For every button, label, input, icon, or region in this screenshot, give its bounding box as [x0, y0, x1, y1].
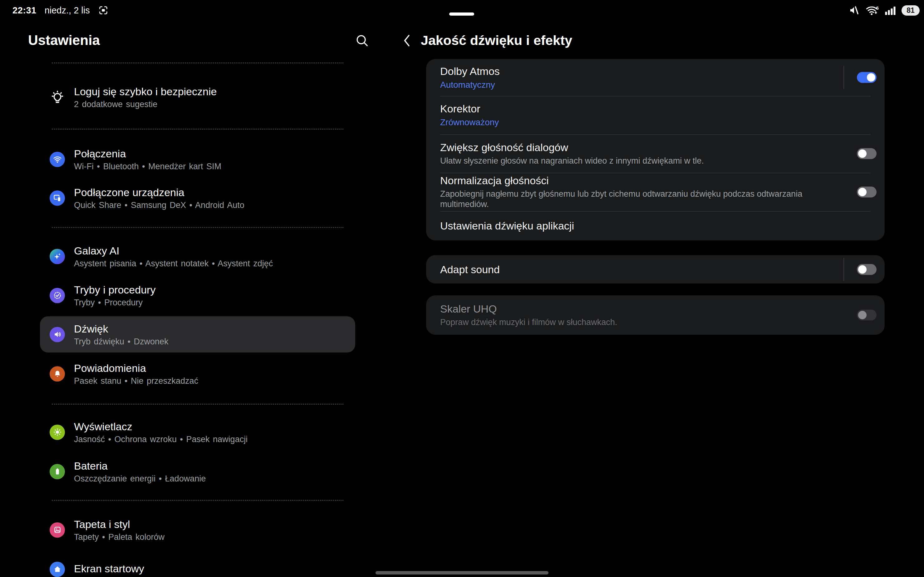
- suggestion-title: Loguj się szybko i bezpiecznie: [74, 85, 217, 98]
- sidebar-item-modes-routines[interactable]: Tryby i procedury Tryby • Procedury: [40, 277, 355, 313]
- volume-normalization-title: Normalizacja głośności: [440, 174, 871, 187]
- dialogue-boost-description: Ułatw słyszenie głosów na nagraniach wid…: [440, 156, 871, 166]
- sidebar-item-suggestions[interactable]: Loguj się szybko i bezpiecznie 2 dodatko…: [40, 79, 355, 115]
- app-sound-settings-row[interactable]: Ustawienia dźwięku aplikacji: [426, 211, 885, 240]
- equalizer-value: Zrównoważony: [440, 117, 871, 128]
- sidebar-item-notifications[interactable]: Powiadomienia Pasek stanu • Nie przeszka…: [40, 356, 355, 392]
- sidebar-item-subtitle: Jasność • Ochrona wzroku • Pasek nawigac…: [74, 434, 248, 444]
- clock-check-icon: [50, 288, 65, 303]
- sidebar-item-title: Wyświetlacz: [74, 420, 248, 433]
- toggle-separator: [844, 66, 844, 89]
- sidebar-item-title: Tryby i procedury: [74, 284, 155, 296]
- sidebar-item-sound[interactable]: Dźwięk Tryb dźwięku • Dzwonek: [40, 316, 355, 353]
- battery-icon: [50, 464, 65, 479]
- sidebar-item-subtitle: Asystent pisania • Asystent notatek • As…: [74, 258, 273, 269]
- search-button[interactable]: [354, 32, 370, 49]
- sidebar-item-title: Połączenia: [74, 147, 221, 160]
- volume-normalization-row[interactable]: Normalizacja głośności Zapobiegnij nagłe…: [426, 172, 885, 211]
- sidebar-item-connections[interactable]: Połączenia Wi-Fi • Bluetooth • Menedżer …: [40, 141, 355, 177]
- sidebar-item-subtitle: Quick Share • Samsung DeX • Android Auto: [74, 200, 245, 210]
- devices-icon: [50, 190, 65, 206]
- sidebar-item-home-screen[interactable]: Ekran startowy: [40, 551, 355, 577]
- home-icon: [50, 562, 65, 577]
- status-time: 22:31: [13, 5, 37, 16]
- detail-title: Jakość dźwięku i efekty: [421, 33, 572, 48]
- sidebar-item-subtitle: Pasek stanu • Nie przeszkadzać: [74, 376, 198, 386]
- sidebar-item-subtitle: Tapety • Paleta kolorów: [74, 532, 164, 542]
- sound-quality-card: Dolby Atmos Automatyczny Korektor Zrówno…: [426, 59, 885, 240]
- suggestion-subtitle: 2 dodatkowe sugestie: [74, 99, 217, 109]
- sidebar-item-subtitle: Wi-Fi • Bluetooth • Menedżer kart SIM: [74, 161, 221, 171]
- battery-percent: 81: [906, 6, 914, 15]
- wifi-icon: [50, 152, 65, 167]
- screen-capture-icon: [98, 5, 109, 16]
- mute-icon: [848, 5, 860, 16]
- volume-normalization-toggle[interactable]: [857, 186, 877, 197]
- adapt-sound-card: Adapt sound: [426, 255, 885, 284]
- page-title: Ustawienia: [28, 32, 100, 48]
- sidebar-item-galaxy-ai[interactable]: Galaxy AI Asystent pisania • Asystent no…: [40, 238, 355, 274]
- group-separator: [52, 129, 343, 130]
- sidebar-item-title: Galaxy AI: [74, 245, 273, 257]
- uhq-upscaler-toggle: [857, 310, 877, 321]
- dialogue-boost-row[interactable]: Zwiększ głośność dialogów Ułatw słyszeni…: [426, 134, 885, 172]
- sidebar-item-title: Dźwięk: [74, 322, 169, 335]
- sidebar-item-subtitle: Oszczędzanie energii • Ładowanie: [74, 474, 206, 484]
- chevron-left-icon: [401, 33, 414, 48]
- toggle-separator: [844, 258, 844, 281]
- sidebar-item-display[interactable]: Wyświetlacz Jasność • Ochrona wzroku • P…: [40, 414, 355, 450]
- status-date: niedz., 2 lis: [45, 5, 90, 16]
- sidebar-item-connected-devices[interactable]: Podłączone urządzenia Quick Share • Sams…: [40, 180, 355, 216]
- svg-text:6: 6: [876, 5, 879, 11]
- sidebar-item-title: Powiadomienia: [74, 362, 198, 374]
- adapt-sound-toggle[interactable]: [857, 264, 877, 275]
- sidebar-item-title: Bateria: [74, 459, 206, 472]
- status-bar: 22:31 niedz., 2 lis: [0, 0, 924, 21]
- group-separator: [52, 227, 343, 228]
- camera-cutout-pill: [449, 13, 474, 16]
- sidebar-item-subtitle: Tryby • Procedury: [74, 298, 155, 308]
- adapt-sound-title: Adapt sound: [440, 263, 871, 276]
- uhq-upscaler-description: Popraw dźwięk muzyki i filmów w słuchawk…: [440, 317, 871, 327]
- horizontal-scrollbar[interactable]: [375, 571, 549, 574]
- sidebar-item-battery[interactable]: Bateria Oszczędzanie energii • Ładowanie: [40, 453, 355, 490]
- sidebar-item-title: Tapeta i styl: [74, 518, 164, 530]
- sidebar-item-wallpaper[interactable]: Tapeta i styl Tapety • Paleta kolorów: [40, 512, 355, 548]
- equalizer-title: Korektor: [440, 102, 871, 115]
- sun-icon: [50, 425, 65, 440]
- dialogue-boost-toggle[interactable]: [857, 148, 877, 159]
- speaker-icon: [50, 327, 65, 342]
- adapt-sound-row[interactable]: Adapt sound: [426, 255, 885, 284]
- uhq-upscaler-card: Skaler UHQ Popraw dźwięk muzyki i filmów…: [426, 295, 885, 335]
- image-icon: [50, 522, 65, 538]
- equalizer-row[interactable]: Korektor Zrównoważony: [426, 96, 885, 134]
- group-separator: [52, 404, 343, 405]
- sparkles-icon: [50, 249, 65, 264]
- bell-icon: [50, 366, 65, 382]
- dolby-atmos-value: Automatyczny: [440, 80, 871, 90]
- dolby-atmos-title: Dolby Atmos: [440, 65, 871, 77]
- volume-normalization-description: Zapobiegnij nagłemu zbyt głośnemu lub zb…: [440, 189, 871, 210]
- uhq-upscaler-row: Skaler UHQ Popraw dźwięk muzyki i filmów…: [426, 295, 885, 335]
- group-separator: [52, 500, 343, 501]
- sidebar-item-title: Ekran startowy: [74, 562, 144, 575]
- back-button[interactable]: [400, 32, 415, 49]
- uhq-upscaler-title: Skaler UHQ: [440, 303, 871, 315]
- sidebar-item-subtitle: Tryb dźwięku • Dzwonek: [74, 337, 169, 347]
- search-icon: [355, 34, 369, 48]
- signal-strength-icon: [885, 5, 896, 16]
- dolby-atmos-row[interactable]: Dolby Atmos Automatyczny: [426, 59, 885, 96]
- battery-indicator: 81: [901, 5, 920, 16]
- settings-app-screen: 22:31 niedz., 2 lis: [0, 0, 924, 577]
- dialogue-boost-title: Zwiększ głośność dialogów: [440, 141, 871, 154]
- sidebar-item-title: Podłączone urządzenia: [74, 186, 245, 198]
- dolby-atmos-toggle[interactable]: [857, 72, 877, 83]
- app-sound-settings-title: Ustawienia dźwięku aplikacji: [440, 219, 871, 232]
- lightbulb-icon: [50, 90, 65, 105]
- group-separator: [52, 63, 343, 63]
- wifi6-icon: 6: [865, 4, 879, 16]
